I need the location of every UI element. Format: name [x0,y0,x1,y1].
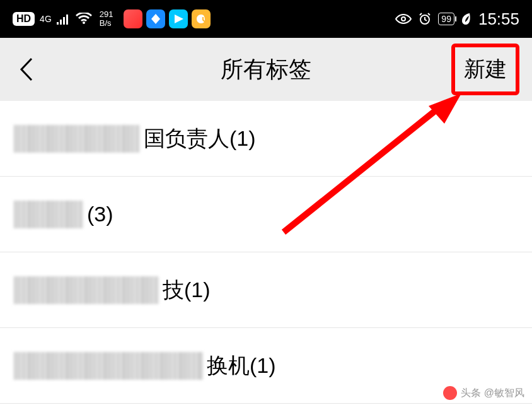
page-title: 所有标签 [221,54,311,85]
app-icon-1 [124,9,142,28]
redacted-text [14,276,159,304]
redacted-text [14,352,203,380]
svg-point-0 [402,17,405,21]
app-icons [124,9,211,28]
back-button[interactable] [13,56,40,83]
leaf-icon [461,12,472,26]
network-speed: 291 B/s [100,10,113,28]
redacted-text [14,125,140,153]
app-icon-4 [192,9,211,28]
clock: 15:55 [478,9,519,29]
app-icon-2 [146,9,165,28]
status-bar: HD 4G 291 B/s 99 15:55 [0,0,532,38]
battery-indicator: 99 [438,13,454,25]
status-right: 99 15:55 [395,9,519,29]
watermark: 头条 @敏智风 [443,386,524,400]
signal-icon [57,13,71,25]
alarm-icon [418,12,432,26]
network-type: 4G [40,15,52,23]
chevron-left-icon [20,57,33,81]
new-button[interactable]: 新建 [451,44,519,95]
list-item-label: 技(1) [163,276,211,305]
watermark-text: 头条 @敏智风 [461,387,524,400]
list-item[interactable]: (3) [0,177,532,252]
hd-badge: HD [13,12,35,26]
redacted-text [14,201,83,228]
tag-list: 国负责人(1) (3) 技(1) 换机(1) [0,101,532,404]
list-item-label: 国负责人(1) [144,124,256,153]
list-item-label: (3) [87,202,113,226]
watermark-icon [443,386,457,400]
list-item[interactable]: 国负责人(1) [0,101,532,177]
app-icon-3 [169,9,188,28]
list-item[interactable]: 技(1) [0,252,532,328]
wifi-icon [76,13,92,25]
list-item-label: 换机(1) [207,351,276,380]
status-left: HD 4G 291 B/s [13,9,211,28]
eye-icon [395,13,412,25]
header-bar: 所有标签 新建 [0,38,532,101]
